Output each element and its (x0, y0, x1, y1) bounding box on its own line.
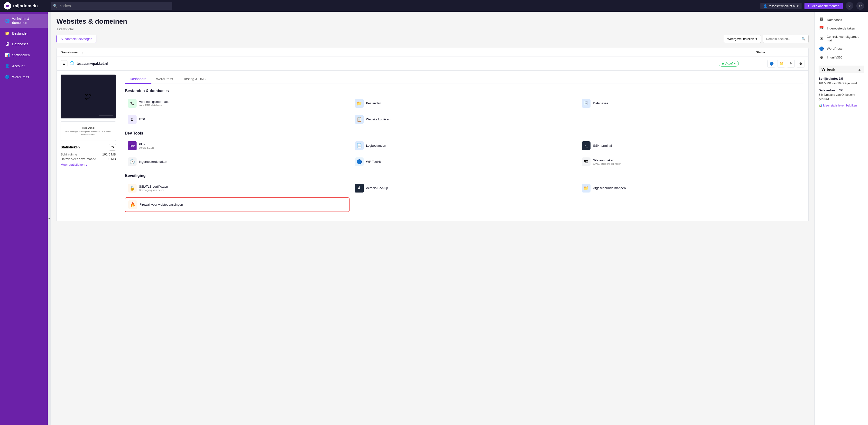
stat-row-data: Dataverkeer deze maand 5 MB (61, 157, 116, 161)
dataverkeer-stat: Dataverkeer: 0% 5 MB/maand van Onbeperkt… (818, 88, 864, 102)
rp-wordpress[interactable]: 🔵 WordPress (818, 44, 864, 53)
items-total: 1 items total (57, 27, 809, 31)
domain-actions: 🔵 📁 🗄 ⚙ (768, 60, 804, 67)
rp-ingeroosterd-icon: 📅 (818, 26, 825, 31)
tool-logbestanden[interactable]: 📄 Logbestanden (352, 139, 577, 152)
user-icon: 👤 (763, 4, 767, 8)
sidebar-item-wordpress[interactable]: 🔵 WordPress (0, 72, 48, 82)
subscriptions-icon: ⊕ (808, 4, 811, 8)
site-aanmaken-name: Site aanmaken (593, 159, 621, 162)
user-chevron-icon: ▾ (797, 4, 799, 8)
data-pct: Dataverkeer: 0% (818, 88, 864, 93)
meer-statistieken-link[interactable]: Meer statistieken ∨ (61, 163, 116, 166)
tool-ftp[interactable]: 🖥 FTP (125, 113, 349, 126)
search-input[interactable] (51, 2, 172, 10)
verbindingsinfo-icon: 📞 (128, 99, 136, 108)
tools-grid-beveiliging: 🔒 SSL/TLS-certificaten Beveiliging kan b… (125, 181, 804, 212)
action-files-button[interactable]: 📁 (777, 60, 785, 67)
tool-afgeschermde[interactable]: 📁 Afgeschermde mappen (579, 181, 804, 195)
schijf-pct: Schijfruimte: 1% (818, 76, 864, 81)
tool-site-aanmaken[interactable]: 🏗 Site aanmaken CMS, Builders en meer (579, 155, 804, 169)
sidebar-collapse-handle[interactable]: ◀ (48, 12, 51, 425)
rp-databases-label: Databases (827, 18, 842, 22)
tool-php[interactable]: PHP PHP versie 8.1.25 (125, 139, 349, 152)
tools-grid-bestanden: 📞 Verbindingsinformatie voor FTP, databa… (125, 96, 804, 126)
status-badge[interactable]: Actief ▾ (719, 61, 739, 66)
preview-hello-text: Hello world! (63, 126, 114, 130)
rp-databases[interactable]: 🗄 Databases (818, 16, 864, 24)
preview-screenshot-bottom: Hello world! Dit is het begin. Hier leg … (61, 121, 116, 141)
sidebar-item-websites[interactable]: 🌐 Websites & domeinen (0, 13, 48, 28)
logbestanden-name: Logbestanden (366, 144, 386, 147)
sidebar-item-bestanden[interactable]: 📁 Bestanden (0, 28, 48, 39)
notif-button[interactable]: ↩ (856, 2, 864, 10)
sidebar-item-account[interactable]: 👤 Account (0, 60, 48, 72)
verbruik-title: Verbruik (822, 67, 835, 72)
tool-verbindingsinfo[interactable]: 📞 Verbindingsinformatie voor FTP, databa… (125, 96, 349, 110)
rp-imunify[interactable]: ⚙ Imunify360 (818, 53, 864, 62)
tool-ssh[interactable]: >_ SSH-terminal (579, 139, 804, 152)
help-button[interactable]: ? (846, 2, 854, 10)
website-kopieren-icon: 📋 (355, 115, 364, 124)
domain-expand-button[interactable]: ▲ (61, 60, 67, 67)
meer-statistieken-bekijken[interactable]: 📊 Meer statistieken bekijken (818, 104, 864, 107)
bestanden-tool-name: Bestanden (366, 102, 381, 105)
toolbar: Subdomein toevoegen Weergave instellen ▾… (57, 35, 809, 43)
rp-imunify-icon: ⚙ (818, 55, 825, 60)
section-beveiliging: Beveiliging (125, 173, 804, 178)
wp-toolkit-icon: 🔵 (355, 158, 364, 166)
sidebar-item-label-databases: Databases (12, 42, 29, 46)
meer-label: Meer statistieken (61, 163, 85, 166)
tool-website-kopieren[interactable]: 📋 Website kopiëren (352, 113, 577, 126)
website-kopieren-name: Website kopiëren (366, 117, 391, 121)
tool-firewall[interactable]: 🔥 Firewall voor webtoepassingen (125, 197, 349, 212)
wordpress-icon: 🔵 (5, 75, 10, 79)
sidebar-item-statistieken[interactable]: 📊 Statistieken (0, 50, 48, 60)
ssh-icon: >_ (582, 141, 590, 150)
view-settings-chevron-icon: ▾ (755, 37, 757, 41)
action-settings-button[interactable]: ⚙ (797, 60, 804, 67)
view-settings-button[interactable]: Weergave instellen ▾ (724, 35, 761, 43)
action-wordpress-button[interactable]: 🔵 (768, 60, 775, 67)
tab-dashboard[interactable]: Dashboard (125, 75, 151, 84)
tab-wordpress[interactable]: WordPress (151, 75, 178, 84)
help-icon: ? (848, 4, 850, 8)
rp-controle[interactable]: ✉ Controle van uitgaande mail (818, 33, 864, 44)
rp-databases-icon: 🗄 (818, 18, 825, 22)
tool-ingeroosterde[interactable]: 🕐 Ingeroosterde taken (125, 155, 349, 169)
sidebar: 🌐 Websites & domeinen 📁 Bestanden 🗄 Data… (0, 12, 48, 425)
section-dev-tools: Dev Tools (125, 131, 804, 136)
statistieken-icon: 📊 (5, 53, 10, 57)
site-aanmaken-icon: 🏗 (582, 158, 590, 166)
websites-icon: 🌐 (5, 19, 10, 23)
verbruik-collapse-button[interactable]: ▲ (858, 67, 861, 72)
rp-ingeroosterd-label: Ingeroosterde taken (827, 27, 855, 30)
add-subdomain-button[interactable]: Subdomein toevoegen (57, 35, 96, 43)
rp-ingeroosterd[interactable]: 📅 Ingeroosterde taken (818, 24, 864, 33)
user-menu[interactable]: 👤 tessasmwpakket.nl ▾ (761, 3, 802, 9)
tool-acronis[interactable]: A Acronis Backup (352, 181, 577, 195)
col-status-header: Status (756, 51, 804, 54)
data-detail: 5 MB/maand van Onbeperkt gebruikt (818, 93, 855, 101)
subscriptions-label: Alle abonnementen (812, 4, 839, 8)
bestanden-icon: 📁 (5, 31, 10, 35)
tab-hosting-dns[interactable]: Hosting & DNS (178, 75, 210, 84)
tool-ssl[interactable]: 🔒 SSL/TLS-certificaten Beveiliging kan b… (125, 181, 349, 195)
subscriptions-button[interactable]: ⊕ Alle abonnementen (804, 3, 843, 9)
tool-bestanden[interactable]: 📁 Bestanden (352, 96, 577, 110)
domain-detail: 🕊 Hello world! Dit is het begin. Hier le… (57, 71, 808, 221)
stat-row-schijf: Schijfruimte 161.5 MB (61, 152, 116, 156)
domain-search-input[interactable] (766, 37, 800, 41)
section-bestanden-databases: Bestanden & databases (125, 89, 804, 93)
tool-databases[interactable]: 🗄 Databases (579, 96, 804, 110)
meer-statistieken-label: Meer statistieken bekijken (823, 104, 857, 107)
action-db-button[interactable]: 🗄 (787, 60, 795, 67)
search-icon: 🔍 (53, 4, 57, 8)
ssl-icon: 🔒 (128, 184, 136, 193)
ingeroosterde-icon: 🕐 (128, 158, 136, 166)
tool-wp-toolkit[interactable]: 🔵 WP Toolkit (352, 155, 577, 169)
bird-icon: 🕊 (85, 92, 92, 101)
sidebar-item-databases[interactable]: 🗄 Databases (0, 39, 48, 50)
domain-row: ▲ 🌐 tessasmwpakket.nl Actief ▾ 🔵 📁 🗄 (57, 57, 809, 221)
stats-refresh-button[interactable]: ↻ (109, 144, 116, 150)
